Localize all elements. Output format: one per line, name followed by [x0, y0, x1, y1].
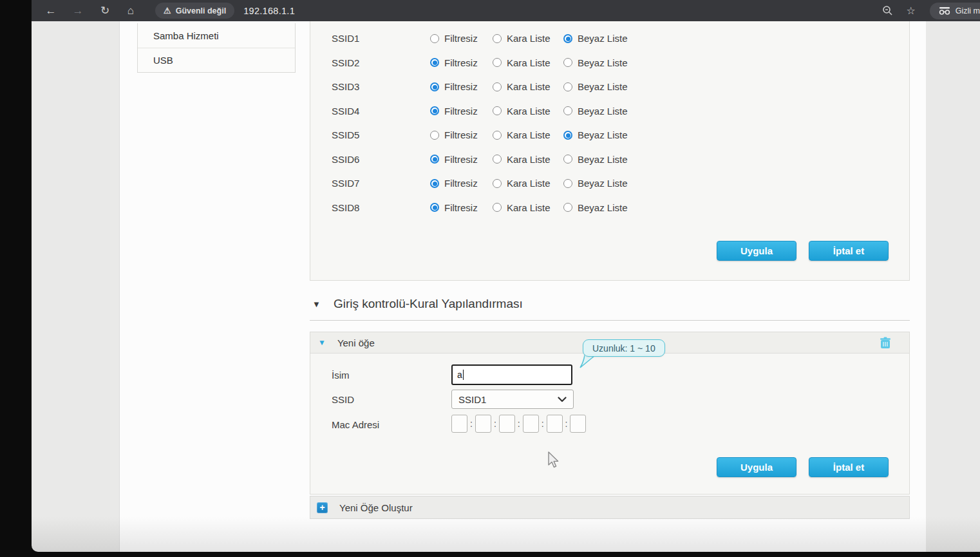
address-bar-url[interactable]: 192.168.1.1 [243, 6, 295, 16]
radio-option-filtresiz[interactable]: Filtresiz [430, 178, 493, 189]
mac-octet-input[interactable] [499, 415, 515, 433]
create-new-item-bar[interactable]: + Yeni Öğe Oluştur [310, 496, 910, 519]
radio-selected[interactable] [563, 131, 572, 140]
radio-selected[interactable] [430, 155, 439, 164]
radio-unselected[interactable] [563, 106, 572, 115]
mac-field-label: Mac Adresi [332, 419, 379, 430]
radio-selected[interactable] [563, 34, 572, 43]
radio-option-kara-liste[interactable]: Kara Liste [493, 202, 563, 213]
ssid-select[interactable]: SSID1 [451, 390, 574, 409]
radio-selected[interactable] [430, 106, 439, 115]
ssid-row-label: SSID1 [310, 33, 430, 44]
radio-option-label: Beyaz Liste [578, 202, 628, 213]
radio-option-filtresiz[interactable]: Filtresiz [430, 202, 493, 213]
radio-selected[interactable] [430, 82, 439, 91]
radio-option-kara-liste[interactable]: Kara Liste [493, 33, 563, 44]
radio-unselected[interactable] [563, 82, 572, 91]
apply-button[interactable]: Uygula [717, 241, 796, 261]
radio-unselected[interactable] [493, 106, 502, 115]
collapse-triangle-icon[interactable]: ▼ [312, 299, 321, 309]
section-divider [310, 320, 910, 321]
incognito-badge[interactable]: Gizli m [930, 3, 980, 19]
name-input[interactable]: a [451, 364, 572, 385]
forward-icon[interactable]: → [70, 5, 86, 16]
screenshot-root: ← → ↻ ⌂ ⚠ Güvenli değil 192.168.1.1 ☆ [0, 0, 980, 557]
radio-option-filtresiz[interactable]: Filtresiz [430, 33, 493, 44]
security-chip-label: Güvenli değil [176, 6, 227, 15]
radio-option-filtresiz[interactable]: Filtresiz [430, 57, 493, 68]
ssid-filter-row: SSID3FiltresizKara ListeBeyaz Liste [310, 75, 909, 99]
radio-option-kara-liste[interactable]: Kara Liste [493, 178, 563, 189]
radio-option-label: Kara Liste [507, 154, 551, 165]
radio-option-beyaz-liste[interactable]: Beyaz Liste [563, 178, 628, 189]
length-tooltip: Uzunluk: 1 ~ 10 [583, 339, 665, 357]
radio-selected[interactable] [430, 203, 439, 212]
radio-unselected[interactable] [430, 131, 439, 140]
mac-octet-input[interactable] [570, 415, 586, 433]
mac-separator: : [542, 419, 544, 429]
radio-option-kara-liste[interactable]: Kara Liste [493, 106, 563, 117]
radio-unselected[interactable] [563, 179, 572, 188]
mac-separator: : [565, 419, 568, 429]
radio-option-beyaz-liste[interactable]: Beyaz Liste [563, 81, 628, 92]
radio-unselected[interactable] [563, 155, 572, 164]
delete-trash-icon[interactable] [880, 337, 891, 349]
radio-option-label: Filtresiz [444, 57, 478, 68]
ssid-filter-row: SSID7FiltresizKara ListeBeyaz Liste [310, 171, 909, 196]
radio-option-filtresiz[interactable]: Filtresiz [430, 81, 493, 92]
radio-option-filtresiz[interactable]: Filtresiz [430, 154, 493, 165]
new-item-title: Yeni öğe [337, 337, 375, 348]
radio-unselected[interactable] [430, 34, 439, 43]
radio-option-filtresiz[interactable]: Filtresiz [430, 106, 493, 117]
reload-icon[interactable]: ↻ [97, 5, 113, 16]
radio-option-beyaz-liste[interactable]: Beyaz Liste [563, 129, 628, 140]
mac-octet-input[interactable] [475, 415, 491, 433]
sidebar-item-usb[interactable]: USB [138, 48, 295, 72]
ssid-filter-row: SSID8FiltresizKara ListeBeyaz Liste [310, 196, 909, 220]
collapse-triangle-icon[interactable]: ▼ [318, 338, 326, 347]
bookmark-star-icon[interactable]: ☆ [906, 5, 915, 17]
name-input-value: a [457, 370, 462, 380]
radio-option-label: Beyaz Liste [578, 81, 628, 92]
radio-unselected[interactable] [493, 82, 502, 91]
radio-option-label: Kara Liste [507, 178, 551, 189]
radio-selected[interactable] [430, 58, 439, 67]
text-caret [463, 370, 464, 380]
radio-option-label: Filtresiz [444, 33, 478, 44]
radio-unselected[interactable] [493, 58, 502, 67]
radio-unselected[interactable] [493, 155, 502, 164]
radio-option-kara-liste[interactable]: Kara Liste [493, 129, 563, 140]
mac-octet-input[interactable] [451, 415, 467, 433]
ssid-row-label: SSID7 [310, 178, 430, 189]
radio-selected[interactable] [430, 179, 439, 188]
apply-button[interactable]: Uygula [717, 457, 796, 477]
radio-option-kara-liste[interactable]: Kara Liste [493, 57, 563, 68]
radio-option-kara-liste[interactable]: Kara Liste [493, 81, 563, 92]
radio-unselected[interactable] [493, 179, 502, 188]
incognito-icon [939, 7, 950, 15]
radio-option-filtresiz[interactable]: Filtresiz [430, 129, 493, 140]
radio-option-label: Beyaz Liste [578, 57, 628, 68]
radio-option-beyaz-liste[interactable]: Beyaz Liste [563, 33, 628, 44]
radio-unselected[interactable] [563, 203, 572, 212]
radio-option-beyaz-liste[interactable]: Beyaz Liste [563, 154, 628, 165]
radio-unselected[interactable] [493, 34, 502, 43]
radio-option-kara-liste[interactable]: Kara Liste [493, 154, 563, 165]
zoom-icon[interactable] [882, 5, 893, 16]
radio-option-beyaz-liste[interactable]: Beyaz Liste [563, 106, 628, 117]
mac-octet-input[interactable] [523, 415, 539, 433]
mac-octet-input[interactable] [547, 415, 563, 433]
radio-unselected[interactable] [493, 203, 502, 212]
radio-option-beyaz-liste[interactable]: Beyaz Liste [563, 202, 628, 213]
security-chip[interactable]: ⚠ Güvenli değil [155, 3, 234, 19]
cancel-button[interactable]: İptal et [809, 241, 889, 261]
cancel-button[interactable]: İptal et [809, 457, 889, 477]
sidebar-item-samba[interactable]: Samba Hizmeti [138, 23, 295, 48]
ssid-row-label: SSID6 [310, 154, 430, 165]
home-icon[interactable]: ⌂ [123, 5, 138, 16]
back-icon[interactable]: ← [43, 5, 59, 16]
radio-option-beyaz-liste[interactable]: Beyaz Liste [563, 57, 628, 68]
radio-unselected[interactable] [563, 58, 572, 67]
radio-unselected[interactable] [493, 131, 502, 140]
mac-separator: : [518, 419, 520, 429]
